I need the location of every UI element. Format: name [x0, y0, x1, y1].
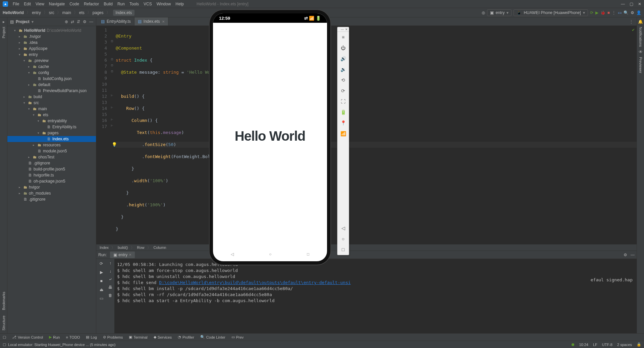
- location-icon[interactable]: 📍: [337, 118, 349, 128]
- expand-icon[interactable]: ⇄: [71, 19, 74, 24]
- phone-nav-bar[interactable]: ◁ ○ □: [213, 249, 327, 259]
- tree-row[interactable]: ▸🖿hvigor: [7, 184, 96, 190]
- console-output[interactable]: 12/05 00:58:34: Launching com.augus.hell…: [114, 259, 637, 333]
- tree-row[interactable]: ▾🖿main: [7, 106, 96, 112]
- emulator-screen[interactable]: 12:59 ⇄ 📶 🔋 Hello World ◁ ○ □: [213, 13, 327, 261]
- fold-column[interactable]: ⊟⊟⊟⊟⊢⊢⊢⊢: [110, 26, 114, 244]
- tree-row[interactable]: 🗎buildConfig.json: [7, 76, 96, 82]
- locate-icon[interactable]: ⊕: [65, 19, 68, 24]
- power-icon[interactable]: ⏻: [337, 43, 349, 53]
- nav-crumb[interactable]: pages: [93, 10, 104, 15]
- tree-row[interactable]: 🗎.gitignore: [7, 160, 96, 166]
- tab-entryability[interactable]: ▤EntryAbility.ts: [98, 17, 135, 25]
- tw-version-control[interactable]: ⎇Version Control: [12, 335, 43, 339]
- settings-icon[interactable]: ⚙: [631, 10, 634, 15]
- settings-icon[interactable]: ⚙: [624, 253, 627, 257]
- nav-back-icon[interactable]: ◁: [231, 252, 234, 257]
- menu-tools[interactable]: Tools: [129, 2, 139, 6]
- run-tab-entry[interactable]: ▣entry✕: [110, 252, 135, 258]
- tw-run[interactable]: ▶Run: [49, 335, 60, 339]
- tree-row[interactable]: ▾🖿ets: [7, 112, 96, 118]
- tree-row[interactable]: 🗎oh-package.json5: [7, 178, 96, 184]
- options-icon[interactable]: ⚙: [83, 19, 87, 24]
- tree-row[interactable]: 🗎module.json5: [7, 148, 96, 154]
- tree-row[interactable]: ▸🖿.idea: [7, 40, 96, 46]
- tree-row[interactable]: ▸🖿.hvigor: [7, 33, 96, 40]
- account-icon[interactable]: 👤: [636, 10, 641, 15]
- home-icon[interactable]: ○: [337, 233, 349, 244]
- back-icon[interactable]: ◁: [337, 223, 349, 233]
- menu-file[interactable]: File: [13, 2, 19, 6]
- project-tree[interactable]: ▾🖿HelloWorld D:\code\HelloWorld▸🖿.hvigor…: [7, 26, 96, 333]
- menu-navigate[interactable]: Navigate: [49, 2, 65, 6]
- battery-icon[interactable]: 🔋: [337, 107, 349, 118]
- tv-icon[interactable]: ▭: [618, 10, 622, 15]
- hide-icon[interactable]: —: [89, 19, 93, 24]
- tree-row[interactable]: ▾🖿HelloWorld D:\code\HelloWorld: [7, 27, 96, 33]
- eye-icon[interactable]: 👁: [639, 50, 643, 54]
- search-icon[interactable]: 🔍: [624, 10, 629, 15]
- debug-icon[interactable]: 🐞: [600, 10, 605, 15]
- menu-code[interactable]: Code: [69, 2, 79, 6]
- volume-down-icon[interactable]: 🔉: [337, 64, 349, 75]
- menu-vcs[interactable]: VCS: [144, 2, 152, 6]
- tree-row[interactable]: 🗎hvigorfile.ts: [7, 172, 96, 178]
- tree-row[interactable]: ▸🖿build: [7, 94, 96, 100]
- trash-icon[interactable]: 🗑: [108, 293, 112, 298]
- status-lf[interactable]: LF: [593, 343, 597, 347]
- nav-home-icon[interactable]: ○: [269, 252, 271, 257]
- menu-help[interactable]: Help: [175, 2, 184, 6]
- menu-build[interactable]: Build: [104, 2, 113, 6]
- status-indent[interactable]: 2 spaces: [617, 343, 632, 347]
- tw-todo[interactable]: ≡TODO: [66, 335, 80, 339]
- menu-edit[interactable]: Edit: [24, 2, 31, 6]
- tw-terminal[interactable]: ▣Terminal: [129, 335, 148, 339]
- collapse-icon[interactable]: ⇵: [77, 19, 80, 24]
- tree-row[interactable]: ▾🖿pages: [7, 130, 96, 136]
- menu-view[interactable]: View: [36, 2, 44, 6]
- layout-icon[interactable]: ▭: [99, 296, 104, 301]
- stop-icon[interactable]: ■: [607, 10, 610, 15]
- target-icon[interactable]: ◎: [482, 10, 485, 15]
- tree-row[interactable]: ▸🖿cache: [7, 64, 96, 70]
- tree-row[interactable]: ▸🖿default: [7, 82, 96, 88]
- code-editor[interactable]: 1234567891011121314151617 ⊟⊟⊟⊟⊢⊢⊢⊢ @Entr…: [96, 26, 637, 244]
- tree-row[interactable]: 🗎.gitignore: [7, 196, 96, 202]
- rotate-left-icon[interactable]: ⟲: [337, 75, 349, 85]
- tw-log[interactable]: ▤Log: [86, 335, 97, 339]
- tab-bookmarks[interactable]: Bookmarks: [1, 289, 6, 313]
- stop-icon[interactable]: ■: [99, 278, 104, 284]
- tree-row[interactable]: ▸🖿AppScope: [7, 46, 96, 52]
- wifi-icon[interactable]: 📶: [337, 128, 349, 139]
- rotate-right-icon[interactable]: ⟳: [337, 85, 349, 96]
- nav-crumb[interactable]: src: [49, 10, 54, 15]
- maximize-icon[interactable]: ▢: [630, 2, 633, 6]
- file-link[interactable]: D:\code\HelloWorld\entry\build\default\o…: [159, 280, 351, 285]
- ctrl-close-icon[interactable]: ✕: [345, 28, 348, 31]
- minimize-icon[interactable]: —: [621, 2, 625, 6]
- device-select[interactable]: 📱HUAWEI Phone [HuaweiPhone]▾: [514, 9, 588, 16]
- recent-icon[interactable]: □: [337, 244, 349, 255]
- tab-notifications[interactable]: Notifications: [638, 24, 643, 50]
- tree-row[interactable]: ▸🖿ohosTest: [7, 154, 96, 160]
- down-icon[interactable]: ↓: [109, 269, 111, 274]
- tw-prev[interactable]: ▭Prev: [231, 335, 244, 339]
- nav-crumb[interactable]: entry: [32, 10, 41, 15]
- lock-icon[interactable]: 🔒: [637, 342, 641, 347]
- tree-row[interactable]: ▾🖿src: [7, 100, 96, 106]
- print-icon[interactable]: 🖶: [108, 285, 112, 290]
- bulb-icon[interactable]: 💡: [112, 142, 117, 148]
- tw-icon[interactable]: ▢: [3, 335, 6, 339]
- hide-icon[interactable]: —: [631, 253, 635, 257]
- nav-crumb[interactable]: main: [62, 10, 71, 15]
- close-icon[interactable]: ✕: [638, 2, 641, 6]
- tab-structure[interactable]: Structure: [1, 313, 6, 333]
- tree-row[interactable]: ▾🖿entry: [7, 52, 96, 58]
- menu-refactor[interactable]: Refactor: [84, 2, 99, 6]
- tree-row[interactable]: ▾🖿entryability: [7, 118, 96, 124]
- editor-breadcrumb[interactable]: Index〉 build()〉 Row〉 Column: [96, 244, 637, 251]
- tree-row[interactable]: ▾🖿config: [7, 70, 96, 76]
- run-config-select[interactable]: ▣entry▾: [487, 9, 512, 16]
- tree-row[interactable]: ▾🖿.preview: [7, 58, 96, 64]
- ctrl-min-icon[interactable]: —: [341, 28, 344, 31]
